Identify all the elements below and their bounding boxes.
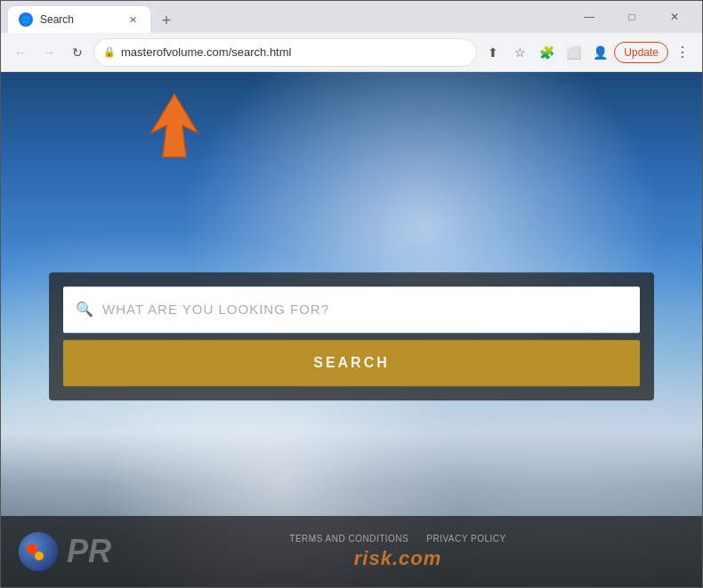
share-button[interactable]: ⬆ [481,40,505,65]
tab-favicon: 🌐 [19,12,33,27]
tab-title: Search [40,13,118,26]
terms-link[interactable]: TERMS AND CONDITIONS [289,534,408,544]
address-bar[interactable]: 🔒 masterofvolume.com/search.html [93,38,477,67]
update-button[interactable]: Update [614,42,668,63]
profile-button[interactable]: 👤 [587,40,612,65]
tab-area: 🌐 Search ✕ + [8,1,565,33]
search-input[interactable] [102,302,627,317]
search-container: 🔍 SEARCH [49,272,654,400]
logo-ball [19,532,58,571]
tab-close-button[interactable]: ✕ [125,12,140,27]
tabs-button[interactable]: ⬜ [561,40,586,65]
title-bar: 🌐 Search ✕ + — □ ✕ [1,1,702,33]
minimize-button[interactable]: — [569,3,610,31]
window-controls: — □ ✕ [569,3,695,31]
browser-window: 🌐 Search ✕ + — □ ✕ ← → ↻ 🔒 masterofvolum… [0,0,703,588]
search-input-wrapper: 🔍 [63,286,640,333]
privacy-link[interactable]: PRIVACY POLICY [426,534,505,544]
close-button[interactable]: ✕ [654,3,695,31]
logo-pr-text: PR [67,536,111,568]
brand-label: risk.com [354,547,442,570]
footer-center: TERMS AND CONDITIONS PRIVACY POLICY risk… [111,534,684,570]
address-text: masterofvolume.com/search.html [121,45,467,59]
back-button[interactable]: ← [8,40,33,65]
toolbar-right: ⬆ ☆ 🧩 ⬜ 👤 Update ⋮ [481,40,695,65]
active-tab[interactable]: 🌐 Search ✕ [8,6,150,33]
orange-arrow-icon [143,90,206,161]
bookmark-button[interactable]: ☆ [507,40,532,65]
search-button[interactable]: SEARCH [63,340,640,386]
search-icon: 🔍 [76,301,93,318]
page-footer: PR TERMS AND CONDITIONS PRIVACY POLICY r… [1,516,702,587]
footer-logo: PR [19,532,111,571]
forward-button[interactable]: → [36,40,61,65]
footer-links: TERMS AND CONDITIONS PRIVACY POLICY [289,534,505,544]
extensions-button[interactable]: 🧩 [534,40,559,65]
page-content: 🔍 SEARCH PR TERMS AND CONDITIONS PRIVACY… [1,72,702,587]
menu-button[interactable]: ⋮ [670,40,695,65]
toolbar: ← → ↻ 🔒 masterofvolume.com/search.html ⬆… [1,33,702,72]
maximize-button[interactable]: □ [611,3,652,31]
new-tab-button[interactable]: + [154,8,179,33]
svg-marker-0 [150,93,198,157]
reload-button[interactable]: ↻ [65,40,90,65]
lock-icon: 🔒 [103,46,116,58]
